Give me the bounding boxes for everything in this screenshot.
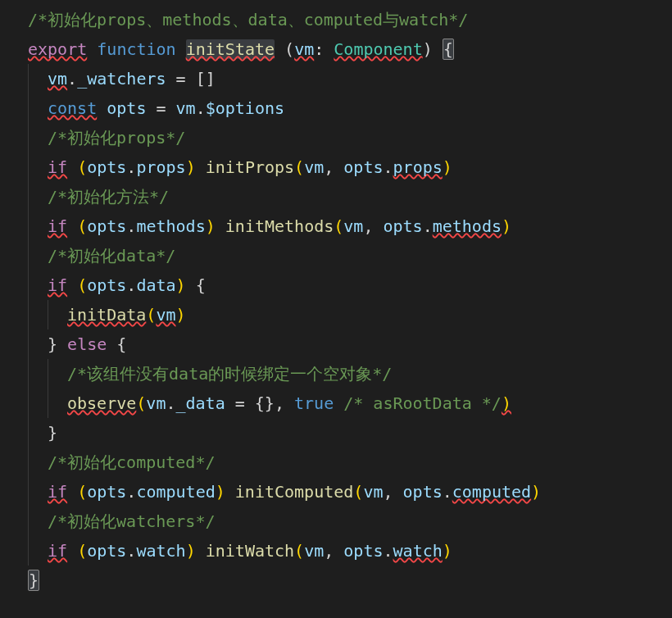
code-line[interactable]: if (opts.methods) initMethods(vm, opts.m… bbox=[0, 211, 672, 241]
indent-guide bbox=[28, 477, 48, 507]
indent-guide bbox=[28, 241, 48, 270]
code-line[interactable]: vm._watchers = [] bbox=[0, 64, 672, 93]
comment-text: /*初始化computed*/ bbox=[48, 452, 216, 472]
var-vm: vm bbox=[48, 69, 67, 89]
comment-inline: /* asRootData */ bbox=[343, 393, 502, 413]
code-line[interactable]: /*初始化data*/ bbox=[0, 241, 672, 270]
indent-guide bbox=[28, 300, 48, 329]
code-line[interactable]: /*该组件没有data的时候绑定一个空对象*/ bbox=[0, 359, 672, 389]
code-line[interactable]: observe(vm._data = {}, true /* asRootDat… bbox=[0, 389, 672, 418]
prop-options: $options bbox=[206, 98, 284, 118]
code-line[interactable]: if (opts.watch) initWatch(vm, opts.watch… bbox=[0, 536, 672, 566]
keyword-else: else bbox=[67, 334, 107, 354]
prop-watchers: _watchers bbox=[77, 69, 166, 89]
code-line[interactable]: const opts = vm.$options bbox=[0, 93, 672, 123]
code-line[interactable]: if (opts.props) initProps(vm, opts.props… bbox=[0, 152, 672, 182]
comment-text: /*该组件没有data的时候绑定一个空对象*/ bbox=[67, 364, 392, 384]
keyword-true: true bbox=[294, 393, 334, 413]
keyword-function: function bbox=[97, 39, 175, 59]
fn-initcomputed: initComputed bbox=[235, 482, 354, 502]
brace-close: } bbox=[28, 570, 39, 591]
code-line[interactable]: } else { bbox=[0, 329, 672, 359]
code-line[interactable]: if (opts.data) { bbox=[0, 270, 672, 300]
comment-text: /*初始化方法*/ bbox=[48, 187, 169, 207]
comment-text: /*初始化props、methods、data、computed与watch*/ bbox=[28, 10, 468, 30]
indent-guide bbox=[28, 536, 48, 566]
code-line[interactable]: /*初始化props、methods、data、computed与watch*/ bbox=[0, 5, 672, 34]
indent-guide bbox=[28, 123, 48, 152]
fn-initprops: initProps bbox=[206, 157, 294, 177]
indent-guide bbox=[28, 152, 48, 182]
keyword-if: if bbox=[48, 275, 67, 295]
keyword-if: if bbox=[48, 541, 67, 561]
fn-observe: observe bbox=[67, 393, 136, 413]
indent-guide bbox=[28, 182, 48, 211]
indent-guide bbox=[28, 418, 48, 448]
fn-initdata: initData bbox=[67, 305, 146, 325]
indent-guide bbox=[28, 270, 48, 300]
code-editor[interactable]: /*初始化props、methods、data、computed与watch*/… bbox=[0, 0, 672, 595]
keyword-const: const bbox=[48, 98, 97, 118]
code-line[interactable]: /*初始化computed*/ bbox=[0, 448, 672, 477]
comment-text: /*初始化data*/ bbox=[48, 246, 175, 266]
type-component: Component bbox=[334, 39, 422, 59]
function-name: initState bbox=[186, 39, 275, 59]
code-line[interactable]: /*初始化watchers*/ bbox=[0, 507, 672, 536]
indent-guide bbox=[28, 448, 48, 477]
comment-text: /*初始化props*/ bbox=[48, 128, 185, 148]
indent-guide bbox=[48, 389, 67, 418]
fn-initwatch: initWatch bbox=[206, 541, 294, 561]
keyword-if: if bbox=[48, 216, 67, 236]
keyword-if: if bbox=[48, 482, 67, 502]
indent-guide bbox=[48, 359, 67, 389]
code-line[interactable]: } bbox=[0, 418, 672, 448]
comment-text: /*初始化watchers*/ bbox=[48, 511, 216, 531]
indent-guide bbox=[28, 64, 48, 93]
indent-guide bbox=[28, 389, 48, 418]
keyword-export: export bbox=[28, 39, 87, 59]
fn-initmethods: initMethods bbox=[225, 216, 334, 236]
indent-guide bbox=[28, 507, 48, 536]
indent-guide bbox=[48, 300, 67, 329]
indent-guide bbox=[28, 93, 48, 123]
code-line[interactable]: } bbox=[0, 566, 672, 595]
code-line[interactable]: if (opts.computed) initComputed(vm, opts… bbox=[0, 477, 672, 507]
brace-open: { bbox=[443, 39, 454, 60]
code-line[interactable]: export function initState (vm: Component… bbox=[0, 34, 672, 64]
param-vm: vm bbox=[294, 39, 314, 59]
code-line[interactable]: initData(vm) bbox=[0, 300, 672, 329]
indent-guide bbox=[28, 359, 48, 389]
indent-guide bbox=[28, 329, 48, 359]
code-line[interactable]: /*初始化props*/ bbox=[0, 123, 672, 152]
var-opts: opts bbox=[107, 98, 146, 118]
indent-guide bbox=[28, 211, 48, 241]
code-line[interactable]: /*初始化方法*/ bbox=[0, 182, 672, 211]
var-vm: vm bbox=[176, 98, 196, 118]
keyword-if: if bbox=[48, 157, 67, 177]
